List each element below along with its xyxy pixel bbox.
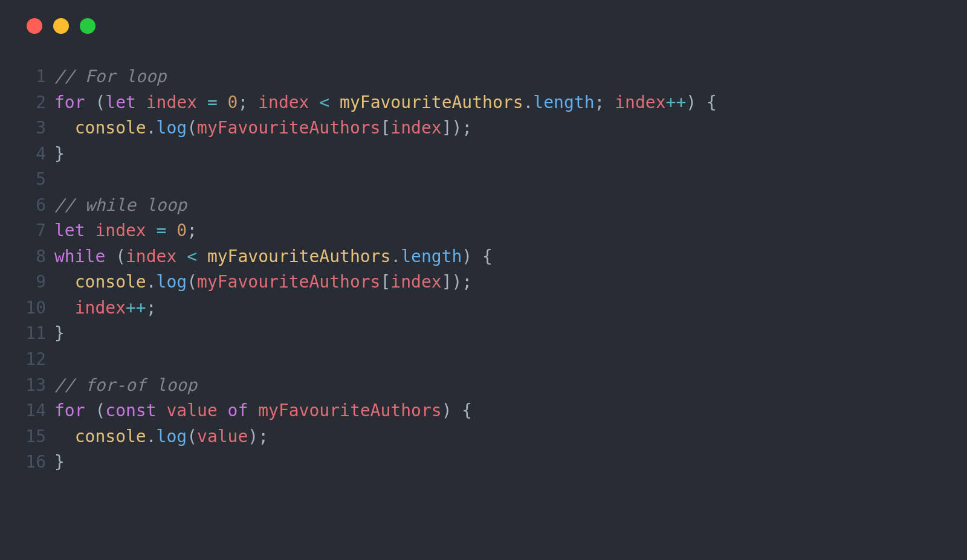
- code-line: 6// while loop: [23, 193, 967, 219]
- line-number: 9: [23, 269, 54, 295]
- code-content: [54, 167, 967, 193]
- line-number: 1: [23, 64, 54, 90]
- code-line: 3 console.log(myFavouriteAuthors[index])…: [23, 115, 967, 141]
- code-content: [54, 347, 967, 373]
- code-content: // For loop: [54, 64, 967, 90]
- code-line: 5: [23, 167, 967, 193]
- line-number: 16: [23, 449, 54, 475]
- line-number: 12: [23, 347, 54, 373]
- line-number: 3: [23, 115, 54, 141]
- code-line: 4}: [23, 141, 967, 167]
- line-number: 4: [23, 141, 54, 167]
- code-content: while (index < myFavouriteAuthors.length…: [54, 244, 967, 270]
- code-content: let index = 0;: [54, 218, 967, 244]
- code-line: 1// For loop: [23, 64, 967, 90]
- line-number: 5: [23, 167, 54, 193]
- line-number: 6: [23, 193, 54, 219]
- code-editor[interactable]: 1// For loop2for (let index = 0; index <…: [0, 64, 967, 475]
- code-content: }: [54, 321, 967, 347]
- code-content: // while loop: [54, 193, 967, 219]
- code-line: 13// for-of loop: [23, 373, 967, 399]
- line-number: 2: [23, 90, 54, 116]
- minimize-icon[interactable]: [53, 18, 69, 34]
- line-number: 15: [23, 424, 54, 450]
- code-line: 8while (index < myFavouriteAuthors.lengt…: [23, 244, 967, 270]
- maximize-icon[interactable]: [80, 18, 95, 34]
- code-content: }: [54, 141, 967, 167]
- code-line: 14for (const value of myFavouriteAuthors…: [23, 398, 967, 424]
- close-icon[interactable]: [27, 18, 42, 34]
- line-number: 8: [23, 244, 54, 270]
- line-number: 10: [23, 295, 54, 321]
- code-line: 10 index++;: [23, 295, 967, 321]
- code-line: 9 console.log(myFavouriteAuthors[index])…: [23, 269, 967, 295]
- code-content: for (const value of myFavouriteAuthors) …: [54, 398, 967, 424]
- code-line: 11}: [23, 321, 967, 347]
- code-content: index++;: [54, 295, 967, 321]
- line-number: 14: [23, 398, 54, 424]
- code-content: console.log(value);: [54, 424, 967, 450]
- code-line: 7let index = 0;: [23, 218, 967, 244]
- code-line: 2for (let index = 0; index < myFavourite…: [23, 90, 967, 116]
- code-content: for (let index = 0; index < myFavouriteA…: [54, 90, 967, 116]
- line-number: 11: [23, 321, 54, 347]
- code-line: 15 console.log(value);: [23, 424, 967, 450]
- code-content: // for-of loop: [54, 373, 967, 399]
- code-content: console.log(myFavouriteAuthors[index]);: [54, 269, 967, 295]
- code-content: }: [54, 449, 967, 475]
- line-number: 7: [23, 218, 54, 244]
- code-line: 12: [23, 347, 967, 373]
- code-line: 16}: [23, 449, 967, 475]
- line-number: 13: [23, 373, 54, 399]
- code-content: console.log(myFavouriteAuthors[index]);: [54, 115, 967, 141]
- window-controls: [0, 0, 967, 34]
